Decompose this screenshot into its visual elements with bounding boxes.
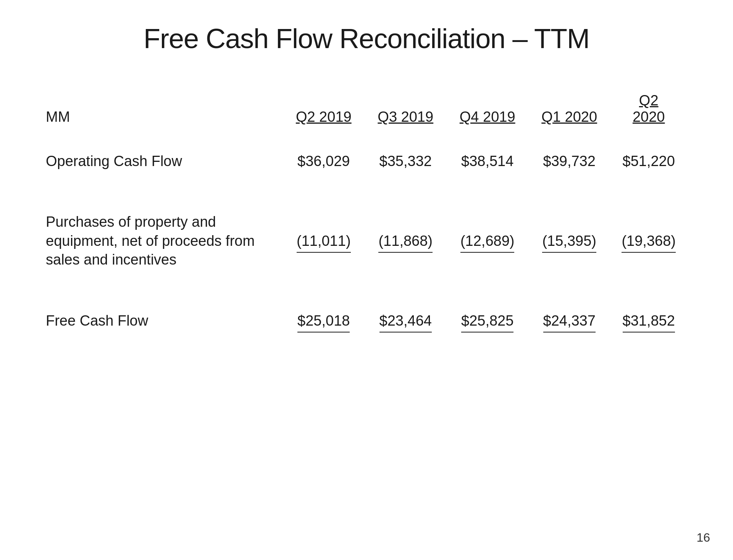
- page-number: 16: [696, 531, 710, 545]
- purchases-q3-2019: (11,868): [365, 190, 446, 292]
- fcf-q2-2020: $31,852: [610, 292, 687, 334]
- purchases-q2-2020: (19,368): [610, 190, 687, 292]
- col-header-q2-2019: Q2 2019: [283, 92, 365, 133]
- fcf-q2-2019: $25,018: [283, 292, 365, 334]
- ocf-label: Operating Cash Flow: [46, 133, 283, 190]
- ocf-q4-2019: $38,514: [446, 133, 528, 190]
- purchases-q4-2019: (12,689): [446, 190, 528, 292]
- free-cash-flow-row: Free Cash Flow $25,018 $23,464 $25,825 $…: [46, 292, 687, 334]
- purchases-row: Purchases of property and equipment, net…: [46, 190, 687, 292]
- purchases-q2-2019: (11,011): [283, 190, 365, 292]
- page-title: Free Cash Flow Reconciliation – TTM: [46, 23, 687, 54]
- table-header-row: MM Q2 2019 Q3 2019 Q4 2019 Q1 2020 Q2 20…: [46, 92, 687, 133]
- fcf-q1-2020: $24,337: [528, 292, 610, 334]
- ocf-q2-2020: $51,220: [610, 133, 687, 190]
- col-header-q2-2020: Q2 2020: [610, 92, 687, 133]
- fcf-label: Free Cash Flow: [46, 292, 283, 334]
- purchases-q1-2020: (15,395): [528, 190, 610, 292]
- col-header-q1-2020: Q1 2020: [528, 92, 610, 133]
- col-header-q4-2019: Q4 2019: [446, 92, 528, 133]
- ocf-q2-2019: $36,029: [283, 133, 365, 190]
- ocf-q3-2019: $35,332: [365, 133, 446, 190]
- purchases-label: Purchases of property and equipment, net…: [46, 190, 283, 292]
- fcf-q4-2019: $25,825: [446, 292, 528, 334]
- table-wrapper: MM Q2 2019 Q3 2019 Q4 2019 Q1 2020 Q2 20…: [46, 92, 687, 537]
- unit-label: MM: [46, 92, 283, 133]
- fcf-q3-2019: $23,464: [365, 292, 446, 334]
- ocf-q1-2020: $39,732: [528, 133, 610, 190]
- operating-cash-flow-row: Operating Cash Flow $36,029 $35,332 $38,…: [46, 133, 687, 190]
- reconciliation-table: MM Q2 2019 Q3 2019 Q4 2019 Q1 2020 Q2 20…: [46, 92, 687, 334]
- col-header-q3-2019: Q3 2019: [365, 92, 446, 133]
- page-container: Free Cash Flow Reconciliation – TTM MM Q…: [0, 0, 733, 560]
